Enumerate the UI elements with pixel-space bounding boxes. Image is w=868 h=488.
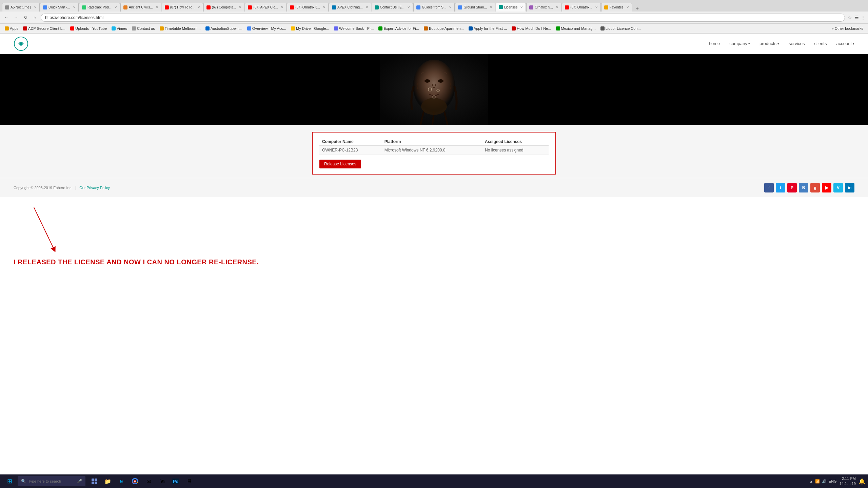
tab-ornatrix-n[interactable]: Ornatrix N... ✕	[526, 3, 561, 12]
tab-close[interactable]: ✕	[156, 5, 158, 9]
bookmark-favicon	[5, 26, 9, 30]
nav-services[interactable]: services	[789, 41, 805, 46]
tab-guides[interactable]: Guides from S... ✕	[413, 3, 455, 12]
svg-point-6	[421, 98, 447, 115]
col-assigned-licenses: Assigned Licenses	[482, 138, 549, 146]
bookmark-mexico[interactable]: Mexico and Manag...	[554, 26, 598, 31]
browser-chrome: A5 Nocturne | ✕ Quick Start -... ✕ Radio…	[0, 0, 868, 34]
social-googleplus-icon[interactable]: g	[810, 183, 820, 192]
tab-ornatrix3[interactable]: (67) Ornatrix 3... ✕	[287, 3, 329, 12]
bookmark-other[interactable]: » Other bookmarks	[829, 26, 865, 31]
nav-account[interactable]: account ▾	[836, 41, 854, 46]
refresh-button[interactable]: ↻	[22, 14, 29, 21]
tab-quick-start[interactable]: Quick Start -... ✕	[40, 3, 79, 12]
tab-close[interactable]: ✕	[73, 5, 76, 9]
nav-products[interactable]: products ▾	[760, 41, 779, 46]
social-youtube-icon[interactable]: ▶	[822, 183, 831, 192]
tab-favicon	[604, 5, 608, 9]
tab-favicon	[458, 5, 462, 9]
tab-close[interactable]: ✕	[520, 5, 523, 9]
products-caret-icon: ▾	[777, 42, 779, 45]
home-button[interactable]: ⌂	[31, 14, 39, 21]
tab-apex-cloth[interactable]: (67) APEX Clo... ✕	[245, 3, 287, 12]
tab-close[interactable]: ✕	[366, 5, 368, 9]
release-licenses-button[interactable]: Release Licenses	[319, 160, 361, 168]
tab-as-nocturne[interactable]: A5 Nocturne | ✕	[2, 3, 40, 12]
annotation-text: I RELEASED THE LICENSE AND NOW I CAN NO …	[14, 258, 854, 266]
cell-computer-name: OWNER-PC-12B23	[319, 146, 382, 155]
social-vk-icon[interactable]: B	[799, 183, 808, 192]
annotation-area: I RELEASED THE LICENSE AND NOW I CAN NO …	[0, 197, 868, 273]
hero-section	[0, 54, 868, 125]
bookmark-star-icon[interactable]: ☆	[847, 14, 853, 21]
address-input[interactable]	[41, 14, 845, 22]
bookmark-welcome-back[interactable]: Welcome Back - Pr...	[332, 26, 376, 31]
extensions-icon[interactable]: ☰	[855, 15, 859, 20]
tab-radiolab[interactable]: Radiolab: Pod... ✕	[79, 3, 120, 12]
tab-how-to[interactable]: (87) How To R... ✕	[162, 3, 203, 12]
social-pinterest-icon[interactable]: P	[787, 183, 797, 192]
tab-ornatrix87[interactable]: (87) Ornatrix... ✕	[562, 3, 600, 12]
site-wrapper: home company ▾ products ▾ services clien…	[0, 34, 868, 273]
bookmarks-bar: Apps ADP Secure Client L... Uploads - Yo…	[0, 24, 868, 33]
tab-close[interactable]: ✕	[281, 5, 283, 9]
menu-icon[interactable]: ⋮	[861, 15, 865, 20]
bookmark-google-drive[interactable]: My Drive - Google...	[289, 26, 331, 31]
tab-close[interactable]: ✕	[323, 5, 326, 9]
tab-close[interactable]: ✕	[34, 5, 37, 9]
bookmark-youtube-uploads[interactable]: Uploads - YouTube	[68, 26, 109, 31]
bookmark-boutique[interactable]: Boutique Apartmen...	[422, 26, 466, 31]
nav-company[interactable]: company ▾	[729, 41, 750, 46]
tab-ground-stran[interactable]: Ground Stran... ✕	[455, 3, 495, 12]
address-bar-row: ← → ↻ ⌂ ☆ ☰ ⋮	[0, 12, 868, 24]
nav-links: home company ▾ products ▾ services clien…	[709, 41, 854, 46]
tab-favicon	[416, 5, 420, 9]
bookmark-apply-first[interactable]: Apply for the First ...	[467, 26, 509, 31]
tab-close[interactable]: ✕	[197, 5, 200, 9]
tab-contact-us[interactable]: Contact Us | E... ✕	[372, 3, 413, 12]
back-button[interactable]: ←	[3, 14, 10, 21]
tab-close[interactable]: ✕	[239, 5, 241, 9]
tab-apex-clothing[interactable]: APEX Clothing... ✕	[329, 3, 371, 12]
new-tab-button[interactable]: +	[634, 5, 641, 12]
tab-licenses[interactable]: Licenses ✕	[496, 3, 526, 12]
bookmark-apps[interactable]: Apps	[3, 26, 20, 31]
bookmark-vimeo[interactable]: Vimeo	[110, 26, 129, 31]
bookmark-expert-advice[interactable]: Expert Advice for Fi...	[376, 26, 421, 31]
tab-close[interactable]: ✕	[490, 5, 492, 9]
tab-favorites[interactable]: Favorites ✕	[601, 3, 632, 12]
bookmark-overview[interactable]: Overview - My Acc...	[245, 26, 288, 31]
license-table: Computer Name Platform Assigned Licenses…	[319, 138, 549, 155]
tab-favicon	[290, 5, 294, 9]
company-caret-icon: ▾	[748, 42, 750, 45]
bookmark-favicon	[70, 26, 74, 30]
bookmark-timetable[interactable]: Timetable Melbourn...	[158, 26, 203, 31]
site-logo[interactable]	[14, 36, 28, 51]
social-twitter-icon[interactable]: t	[776, 183, 785, 192]
bookmark-how-much[interactable]: How Much Do I Ne...	[510, 26, 553, 31]
bookmark-contact-us[interactable]: Contact us	[130, 26, 157, 31]
site-nav: home company ▾ products ▾ services clien…	[0, 34, 868, 54]
nav-clients[interactable]: clients	[814, 41, 827, 46]
tab-close[interactable]: ✕	[556, 5, 558, 9]
tab-close[interactable]: ✕	[407, 5, 410, 9]
social-vimeo-icon[interactable]: V	[833, 183, 843, 192]
tab-complete[interactable]: (67) Complete... ✕	[203, 3, 245, 12]
bookmark-favicon	[424, 26, 428, 30]
tab-close[interactable]: ✕	[449, 5, 452, 9]
tab-favicon	[332, 5, 336, 9]
forward-button[interactable]: →	[12, 14, 20, 21]
tab-close[interactable]: ✕	[626, 5, 629, 9]
tab-ancient[interactable]: Ancient Civilis... ✕	[120, 3, 161, 12]
tab-close[interactable]: ✕	[114, 5, 117, 9]
privacy-link[interactable]: Our Privacy Policy	[79, 186, 110, 190]
social-linkedin-icon[interactable]: in	[845, 183, 854, 192]
tab-close[interactable]: ✕	[595, 5, 598, 9]
bookmark-australiansuper[interactable]: AustralianSuper -...	[203, 26, 244, 31]
nav-home[interactable]: home	[709, 41, 720, 46]
footer-copyright: Copyright © 2003-2019 Ephere Inc. | Our …	[14, 186, 110, 190]
social-facebook-icon[interactable]: f	[764, 183, 774, 192]
bookmark-liquor[interactable]: Liquor Licence Con...	[598, 26, 643, 31]
bookmark-favicon	[132, 26, 136, 30]
bookmark-adp[interactable]: ADP Secure Client L...	[21, 26, 67, 31]
